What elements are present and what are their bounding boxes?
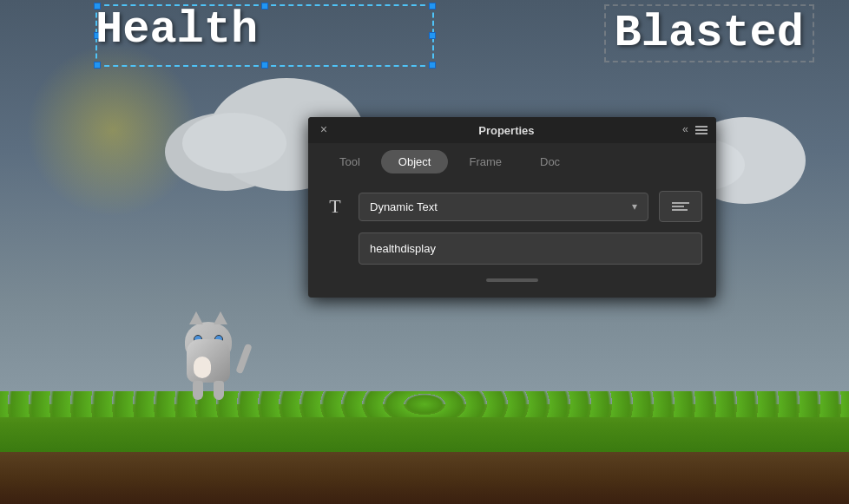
grass-bumps [0, 391, 849, 417]
panel-title: Properties [478, 124, 534, 137]
dirt-layer [0, 452, 849, 504]
panel-tabs: Tool Object Frame Doc [308, 143, 716, 180]
cat-leg-right [214, 381, 224, 400]
tab-frame[interactable]: Frame [451, 150, 519, 173]
align-line-3 [672, 209, 688, 211]
text-type-dropdown[interactable]: Dynamic Text ▾ [359, 193, 648, 221]
game-canvas: Health Blasted × Properties « [0, 0, 849, 504]
align-line-1 [672, 202, 689, 204]
tab-tool[interactable]: Tool [322, 150, 378, 173]
panel-content: T Dynamic Text ▾ healthdisplay [308, 180, 716, 298]
grass-layer [0, 404, 849, 452]
cat-ear-left [189, 311, 203, 324]
align-lines [672, 202, 689, 211]
panel-icons-right: « [682, 124, 708, 136]
align-line-2 [672, 206, 684, 207]
cat-ear-right [214, 311, 227, 324]
panel-expand-button[interactable]: « [682, 124, 688, 136]
cat-body [182, 322, 234, 383]
panel-menu-button[interactable] [695, 126, 708, 134]
blasted-text[interactable]: Blasted [604, 4, 814, 62]
cat-character [174, 322, 243, 409]
panel-close-button[interactable]: × [317, 123, 331, 137]
cat-leg-left [193, 381, 203, 400]
menu-line-2 [695, 129, 708, 131]
scroll-indicator [486, 278, 538, 282]
panel-scrollbar [322, 275, 702, 284]
panel-titlebar: × Properties « [308, 117, 716, 143]
tab-doc[interactable]: Doc [523, 150, 577, 173]
tab-object[interactable]: Object [381, 150, 449, 173]
text-icon: T [322, 193, 348, 219]
instance-name-input[interactable]: healthdisplay [359, 232, 702, 265]
cat-torso [187, 339, 230, 383]
text-type-row: T Dynamic Text ▾ [322, 191, 702, 222]
text-align-button[interactable] [659, 191, 702, 222]
dropdown-value: Dynamic Text [370, 200, 438, 213]
dropdown-arrow: ▾ [632, 200, 637, 213]
instance-name-row: healthdisplay [322, 232, 702, 265]
ground [0, 400, 849, 504]
menu-line-3 [695, 133, 708, 134]
properties-panel: × Properties « Tool Object Frame Doc T [308, 117, 716, 298]
health-text[interactable]: Health [95, 4, 258, 56]
menu-line-1 [695, 126, 708, 128]
